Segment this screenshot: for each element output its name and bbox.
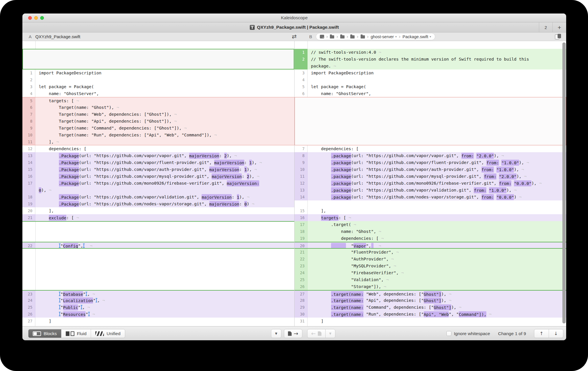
code-segment: Target(name: "Ghost"), (39, 105, 117, 110)
code-line: 20 "Vapor", ¬ (295, 242, 566, 249)
code-line: 3import PackageDescription (295, 69, 566, 76)
copy-to-left-dropdown[interactable]: ▼ (325, 329, 336, 338)
next-change-button[interactable]: ↓ (549, 329, 563, 338)
previous-change-button[interactable]: ↑ (534, 329, 548, 338)
code-segment: "Validation", (311, 277, 386, 282)
code-segment: package. (311, 64, 334, 68)
code-line: 12 .package(url: "https://github.com/mon… (295, 180, 566, 187)
line-number: 3 (22, 83, 35, 90)
minimize-button[interactable] (34, 16, 38, 20)
line-number: 5 (295, 83, 307, 90)
code-line: 0), ¬ (22, 187, 294, 194)
code-segment: "Run", dependencies: [" (363, 312, 424, 316)
volume-icon (320, 35, 324, 38)
panel-toggle-icon[interactable] (555, 34, 562, 39)
code-text: .package(url: "https://github.com/vapor/… (307, 166, 566, 173)
code-segment: .target( (311, 222, 353, 227)
text-caret-marker (89, 312, 89, 316)
folder-icon[interactable] (350, 35, 355, 38)
code-line: 27 ] (22, 318, 294, 324)
line-number: 27 (22, 318, 35, 324)
line-number: 26 (295, 283, 307, 290)
merge-options-dropdown[interactable]: ▼ (271, 329, 281, 338)
code-text: import PackageDescription (35, 69, 294, 76)
mode-fluid-button[interactable]: Fluid (61, 329, 91, 338)
breadcrumb-item-ghost-server[interactable]: ghost-server ▾ (371, 34, 397, 39)
line-ending-mark: ¬ (174, 119, 177, 123)
mode-unified-button[interactable]: Unified (91, 329, 125, 338)
code-segment: "Api", dependencies: [" (363, 298, 424, 303)
changed-token: Localization (63, 297, 93, 304)
close-button[interactable] (28, 16, 32, 20)
line-number: 23 (22, 291, 35, 297)
code-segment (311, 174, 331, 179)
code-line: 16 targets: [ ¬ (295, 214, 566, 221)
line-number: 5 (22, 97, 35, 104)
line-number: 1 (295, 49, 307, 56)
changed-token: .Package (59, 194, 79, 200)
changed-token: Public (63, 304, 78, 310)
ignore-whitespace-checkbox[interactable] (446, 331, 451, 336)
line-number: 25 (295, 276, 307, 283)
code-segment (311, 195, 331, 199)
folder-icon[interactable] (361, 35, 365, 38)
code-text: "Validation", ¬ (307, 276, 566, 283)
changed-token: .package (331, 160, 351, 166)
changed-token: Ghost"] (424, 297, 441, 304)
code-segment: ", (78, 244, 83, 248)
code-segment: ), (531, 181, 539, 186)
line-ending-mark: ¬ (449, 292, 451, 296)
code-text: import PackageDescription (307, 69, 566, 76)
line-ending-mark: ¬ (524, 174, 527, 179)
added-lines-placeholder (22, 49, 294, 69)
code-segment (39, 305, 59, 310)
line-number: 29 (295, 304, 307, 311)
breadcrumb-separator-icon: › (367, 34, 369, 39)
code-line: 9 Target(name: "Command", dependencies: … (22, 125, 294, 132)
folder-icon[interactable] (330, 35, 334, 38)
code-segment: : (244, 160, 249, 165)
text-caret-marker (86, 292, 87, 296)
code-line: 21 "FluentProvider", ¬ (295, 249, 566, 256)
pane-a-header: A QXYzh9_Package.swift (29, 32, 80, 41)
pane-b-code: 1// swift-tools-version:4.0 ¬2// The swi… (294, 41, 566, 326)
tab-package-swift[interactable]: QXYzh9_Package.swift | Package.swift (22, 22, 566, 32)
breadcrumb-item-label: Package.swift (403, 34, 428, 39)
folder-icon[interactable] (340, 35, 345, 38)
line-number (22, 187, 35, 194)
code-segment: name: "GhostServer", (311, 91, 371, 96)
copy-to-right-button[interactable]: → (284, 329, 302, 338)
code-text: ], (35, 207, 294, 214)
swap-sides-button[interactable]: ⇄ (289, 32, 300, 41)
code-segment: dependencies: [ (39, 146, 86, 151)
code-text: .package(url: "https://github.com/vapor/… (307, 159, 566, 166)
code-segment (474, 153, 476, 158)
changed-token: "1.0.0" (489, 187, 506, 193)
code-text: "AuthProvider", ¬ (307, 256, 566, 262)
line-number: 26 (22, 311, 35, 318)
code-line: 8 Target(name: "Api", dependencies: ["Gh… (22, 118, 294, 125)
pane-b-header: B › › › › › ghost-server ▾ › (309, 32, 435, 41)
code-text: "Resources" ¬ (35, 311, 294, 318)
code-text: "FluentProvider", ¬ (307, 249, 566, 256)
code-line: 25 "Validation", ¬ (295, 276, 566, 283)
line-ending-mark: ¬ (353, 222, 356, 227)
app-title: Kaleidoscope (22, 13, 566, 22)
code-line: 21 exclude: [ ¬ (22, 214, 294, 221)
vertical-scrollbar[interactable] (562, 42, 566, 323)
breadcrumb[interactable]: › › › › › ghost-server ▾ › Package.sw (316, 33, 435, 40)
copy-to-left-button[interactable]: ← (307, 329, 326, 338)
code-text: .target(name: "Web", dependencies: ["Gho… (307, 291, 566, 297)
changed-token: Resources (63, 311, 86, 317)
code-segment: (url: "https://github.com/vapor/vapor.gi… (79, 153, 189, 158)
diff-gap (295, 41, 566, 49)
mode-blocks-button[interactable]: Blocks (28, 329, 61, 338)
zoom-button[interactable] (40, 16, 44, 20)
changed-token: .target(name: (331, 297, 364, 304)
line-number: 18 (295, 228, 307, 235)
breadcrumb-item-package-swift[interactable]: Package.swift ▾ (403, 34, 431, 39)
line-ending-mark: ¬ (396, 250, 399, 254)
line-ending-mark: ¬ (174, 112, 177, 117)
line-number: 11 (295, 173, 307, 180)
new-tab-button[interactable]: + (553, 22, 566, 32)
